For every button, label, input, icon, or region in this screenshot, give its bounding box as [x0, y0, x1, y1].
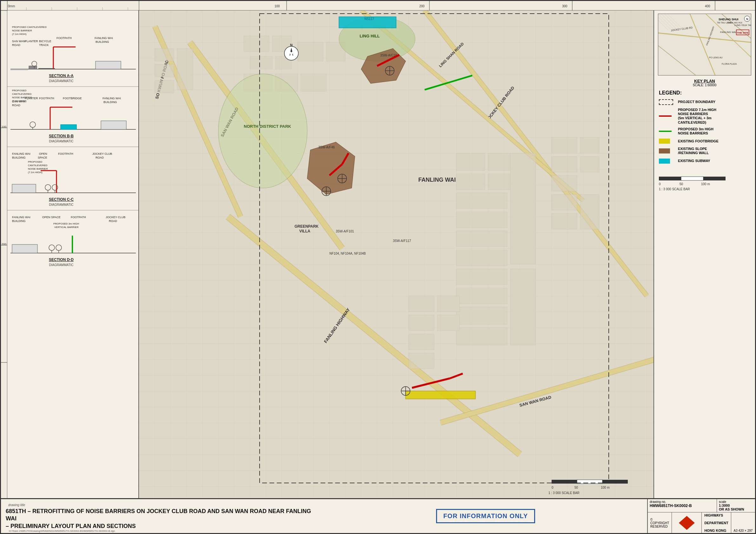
svg-rect-129 [510, 153, 536, 264]
legend-label-subway: EXISTING SUBWAY [678, 159, 710, 163]
left-panel: SAN WAN ROAD PLANTER BICYCLE TRACK FOOTP… [7, 11, 139, 498]
svg-text:ROAD: ROAD [109, 219, 118, 223]
legend-label-footbridge: EXISTING FOOTBRIDGE [678, 139, 718, 143]
svg-text:LING HILL: LING HILL [360, 34, 380, 38]
svg-rect-150 [437, 315, 460, 331]
legend-title: LEGEND: [659, 90, 750, 96]
svg-text:JOCKEY CLUB: JOCKEY CLUB [92, 152, 112, 155]
scale-cell: scale 1:3000OR AS SHOWN [717, 499, 755, 512]
svg-text:N: N [290, 43, 293, 47]
svg-text:FANLING WAI: FANLING WAI [12, 152, 31, 155]
drawing-no-cell: drawing no. HMW6851TH-SK0002-B [648, 499, 717, 512]
svg-text:BUILDING: BUILDING [12, 219, 26, 223]
svg-point-61 [30, 122, 36, 127]
svg-rect-143 [552, 175, 577, 191]
svg-text:NOISE BARRIER: NOISE BARRIER [12, 96, 32, 99]
a3-cell: A3 420 × 297 [731, 512, 755, 533]
svg-rect-123 [456, 174, 485, 190]
svg-text:300: 300 [562, 4, 567, 8]
svg-text:PLANTER: PLANTER [25, 39, 38, 43]
legend-item-3m: PROPOSED 3m HIGHNOISE BARRIERS [659, 127, 750, 136]
legend-label-slope: EXISTING SLOPE/RETAINING WALL [678, 147, 709, 155]
svg-text:0: 0 [659, 182, 661, 186]
svg-text:(7.1m HIGH): (7.1m HIGH) [12, 33, 27, 36]
svg-text:NS117: NS117 [364, 17, 374, 21]
svg-text:NORTH DISTRICT PARK: NORTH DISTRICT PARK [244, 124, 291, 129]
svg-text:100 m: 100 m [601, 486, 610, 489]
svg-text:400: 400 [705, 4, 710, 8]
drawing-title-label: drawing title [6, 502, 319, 508]
svg-text:0mm: 0mm [8, 4, 15, 8]
key-plan-title-area: KEY PLAN SCALE: 1:60000 [654, 79, 755, 87]
svg-text:LUNG YEUK TAU: LUNG YEUK TAU [734, 24, 751, 26]
svg-text:FLORA PLAZA: FLORA PLAZA [722, 63, 737, 65]
svg-text:SPACE: SPACE [38, 156, 47, 159]
svg-text:PROPOSED 3m HIGH: PROPOSED 3m HIGH [53, 222, 79, 225]
legend-symbol-slope [659, 148, 675, 154]
legend-symbol-footbridge [659, 138, 675, 144]
svg-text:NOISE BARRIER: NOISE BARRIER [12, 29, 32, 32]
svg-rect-116 [298, 42, 323, 61]
map-svg: SO KWUN PO ROAD SAN WAN ROAD FANLING HIG… [139, 11, 655, 498]
drawing-no-row: drawing no. HMW6851TH-SK0002-B scale 1:3… [648, 499, 755, 512]
svg-text:NOISE BARRIER: NOISE BARRIER [28, 167, 48, 170]
svg-text:THE SITE: THE SITE [737, 31, 749, 34]
drawing-info-panel: drawing no. HMW6851TH-SK0002-B scale 1:3… [647, 499, 755, 533]
svg-text:PROPOSED CANTILEVERED: PROPOSED CANTILEVERED [12, 26, 47, 29]
svg-rect-152 [409, 353, 434, 369]
svg-text:SECTION D-D: SECTION D-D [49, 258, 74, 262]
drawing-title: 6851TH – RETROFITTING OF NOISE BARRIERS … [6, 508, 319, 530]
svg-point-82 [45, 185, 51, 190]
svg-text:50: 50 [575, 486, 578, 489]
hd-logo [679, 516, 695, 530]
svg-text:CANTILEVERED: CANTILEVERED [12, 92, 32, 95]
key-plan-scale: SCALE: 1:60000 [654, 83, 755, 87]
svg-rect-146 [580, 194, 599, 229]
svg-text:DIAGRAMMATIC: DIAGRAMMATIC [49, 140, 73, 143]
svg-rect-122 [488, 153, 510, 171]
svg-rect-139 [552, 137, 577, 153]
svg-rect-128 [456, 250, 507, 266]
svg-rect-114 [250, 57, 272, 69]
svg-text:ROAD: ROAD [12, 43, 21, 47]
svg-rect-131 [456, 288, 507, 304]
hd-logo-top [679, 516, 695, 523]
svg-rect-81 [12, 184, 36, 193]
svg-rect-138 [177, 48, 193, 90]
svg-rect-126 [456, 212, 507, 228]
svg-rect-130 [456, 269, 507, 285]
svg-text:BUILDING: BUILDING [103, 101, 117, 104]
key-plan-svg: JOCKEY CLUB RD FANLING HIGHWAY SHEUNG SH… [658, 14, 751, 75]
svg-rect-166 [406, 391, 475, 399]
for-information-area: FOR INFORMATION ONLY [324, 499, 647, 533]
svg-rect-121 [456, 153, 485, 171]
svg-text:OPEN: OPEN [39, 152, 47, 155]
svg-text:FANLING WAI: FANLING WAI [12, 216, 31, 219]
svg-text:FANLING WAI: FANLING WAI [102, 97, 121, 100]
svg-point-102 [56, 245, 62, 250]
svg-text:FOOTPATH: FOOTPATH [57, 37, 72, 39]
svg-rect-223 [659, 177, 681, 180]
scale-bar-svg: 0 50 100 m 1 : 3 000 SCALE BAR [659, 175, 751, 191]
svg-text:100 m: 100 m [701, 182, 710, 186]
svg-text:1 : 3 000  SCALE BAR: 1 : 3 000 SCALE BAR [549, 491, 580, 495]
svg-text:BUILDING: BUILDING [95, 40, 109, 43]
svg-text:ROAD: ROAD [12, 104, 21, 107]
svg-text:SAN WAN: SAN WAN [12, 39, 25, 43]
svg-rect-144 [552, 194, 577, 210]
svg-text:PROPOSED: PROPOSED [28, 161, 42, 163]
bottom-bar: drawing title 6851TH – RETROFITTING OF N… [1, 498, 755, 533]
hd-text-cell: HIGHWAYS DEPARTMENT HONG KONG [701, 512, 731, 533]
key-plan-title: KEY PLAN [654, 79, 755, 83]
svg-point-40 [32, 61, 37, 66]
file-path: H:\Team 2\6851TH\Drawing\DRAWING\HMW6851… [9, 530, 115, 532]
svg-text:BUILDING: BUILDING [12, 156, 26, 159]
legend-item-subway: EXISTING SUBWAY [659, 158, 750, 164]
svg-text:SHEK WU HUI: SHEK WU HUI [727, 22, 742, 24]
legend-item-boundary: PROJECT BOUNDARY [659, 99, 750, 105]
scale-value: 1:3000OR AS SHOWN [719, 503, 753, 511]
svg-rect-151 [409, 334, 434, 350]
svg-rect-147 [409, 296, 434, 312]
svg-text:1 : 3 000  SCALE BAR: 1 : 3 000 SCALE BAR [659, 188, 690, 191]
svg-text:ROAD: ROAD [95, 156, 104, 159]
